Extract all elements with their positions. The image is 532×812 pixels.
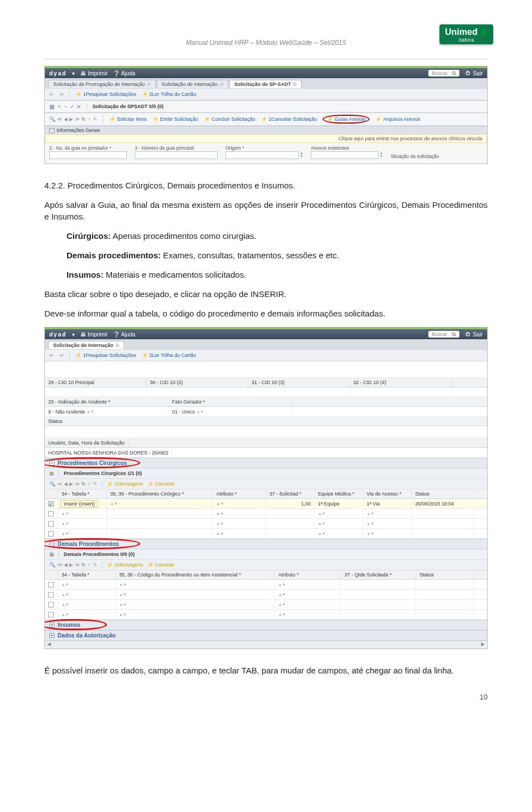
para-1: Após salvar a Guia, ao final da mesma ex… [44, 199, 488, 222]
search-input[interactable]: Buscar [428, 331, 459, 338]
tooltip-anexos: Clique aqui para entrar nos processos de… [45, 134, 487, 143]
action-mensagens[interactable]: ⚡ 1Mensagens [107, 481, 143, 487]
action-pesquisar[interactable]: ⚡ 1Pesquisar Solicitações [75, 353, 136, 358]
spinner-icon[interactable]: ▲▼ [300, 151, 303, 159]
action-mensagens[interactable]: ⚡ 1Mensagens [107, 562, 143, 568]
cell-via[interactable]: 1ª Via [364, 499, 412, 508]
collapse-icon[interactable]: − [49, 542, 54, 547]
tab-prorrogacao[interactable]: Solicitação de Prorrogação de Internação [48, 80, 156, 88]
grid-nav[interactable]: 🔍≪◀▶≫↻♂✎ [49, 481, 98, 487]
col-atributo: Atributo * [213, 489, 266, 498]
logout-button[interactable]: Sair [465, 70, 483, 76]
grid-title-demais: Demais Procedimentos 0/0 (0) [64, 551, 135, 557]
row-checkbox[interactable]: ✓ [48, 501, 54, 507]
row-checkbox[interactable] [48, 592, 54, 597]
action-concluir[interactable]: ⚡ Concluir Solicitação [204, 116, 255, 122]
print-button[interactable]: 🖶 Imprimir [80, 331, 108, 338]
col-tabela: 34 - Tabela * [58, 570, 116, 579]
print-button[interactable]: 🖶 Imprimir [80, 70, 108, 76]
accordion-dados-autorizacao[interactable]: + Dados da Autorização [45, 630, 487, 641]
scroll-right-icon[interactable]: ▶ [481, 641, 485, 648]
search-input[interactable]: Buscar [428, 70, 459, 76]
cell-equipe[interactable]: 1ª Equipe [315, 499, 364, 508]
grid-nav[interactable]: 🔍≪◀▶≫↻♂✎ [49, 116, 98, 122]
nav-back-icon[interactable]: ⇐ [49, 91, 54, 97]
expand-icon[interactable]: + [49, 633, 54, 638]
collapse-icon[interactable]: − [49, 128, 54, 133]
action-pesquisar[interactable]: ⚡ 1Pesquisar Solicitações [75, 91, 136, 97]
screenshot-spsadt: dyad ▾ 🖶 Imprimir ❔ Ajuda Buscar Sair So… [44, 66, 488, 164]
row-checkbox[interactable] [48, 531, 54, 537]
action-arquivos-anexos[interactable]: ⚡ Arquivos Anexos [375, 116, 420, 122]
tab-spsadt[interactable]: Solicitação de SP-SADT [229, 80, 302, 88]
cell-acidente[interactable]: 9 - Não Acidente ▲▼ [45, 407, 168, 416]
col-proc: 35, 36 - Procedimento Cirúrgico * [107, 489, 213, 498]
app-brand: dyad [49, 331, 66, 338]
nav-fwd-icon[interactable]: ⇒ [59, 353, 64, 358]
action-trilha[interactable]: ⚡ 2Ler Trilha do Cartão [142, 91, 197, 97]
action-cancelar[interactable]: ⚡ Cancelar [147, 562, 175, 568]
tab-internacao[interactable]: Solicitação de Internação [157, 80, 228, 88]
search-icon [452, 332, 457, 338]
action-trilha[interactable]: ⚡ 2Ler Trilha do Cartão [142, 353, 197, 358]
grid-icon-bar[interactable]: ▦ [49, 471, 54, 476]
grid-icon-bar[interactable]: ▦ [49, 551, 54, 557]
nav-fwd-icon[interactable]: ⇒ [59, 91, 64, 97]
cell-cid32[interactable] [350, 387, 452, 397]
cell-fato[interactable]: 01 - Unico ▲▼ [168, 407, 292, 416]
para-4: É possível inserir os dados, campo a cam… [44, 665, 488, 676]
nav-back-icon[interactable]: ⇐ [49, 353, 54, 358]
search-icon [452, 71, 457, 76]
row-checkbox[interactable] [48, 511, 54, 517]
spinner-icon[interactable]: ▲▼ [380, 151, 383, 159]
cell-proc[interactable]: ▲▼ [107, 499, 213, 508]
field-anexos[interactable] [311, 151, 378, 159]
dropdown-icon[interactable]: ▾ [72, 70, 75, 76]
cell-cid30[interactable] [147, 387, 249, 397]
col-codigo: 35, 36 - Código do Procedimento ou Item … [116, 570, 275, 579]
field-guia-prestador-label: 2 - No. da guia no prestador * [49, 145, 127, 151]
accordion-insumos[interactable]: + Insumos [45, 620, 487, 630]
svg-point-0 [452, 72, 455, 74]
action-guias-anexas[interactable]: ⚡ Guias Anexas [323, 115, 370, 124]
col-status: Status [45, 417, 487, 426]
grid-nav[interactable]: 🔍≪◀▶≫↻♂✎ [49, 562, 98, 568]
help-button[interactable]: ❔ Ajuda [113, 70, 135, 76]
action-cancelar[interactable]: ⚡ 1Cancelar Solicitação [261, 116, 317, 122]
logo-subtext: Itabira [445, 38, 488, 43]
dropdown-icon[interactable]: ▾ [72, 331, 75, 338]
power-icon [465, 331, 470, 337]
grid-icon-bar[interactable]: ▦＋−✓✕ [49, 103, 81, 110]
row-checkbox[interactable] [48, 602, 54, 607]
field-guia-principal[interactable] [135, 151, 218, 159]
tab-internacao[interactable]: Solicitação de Internação [48, 341, 124, 349]
action-cancelar[interactable]: ⚡ Cancelar [147, 481, 175, 487]
app-brand: dyad [49, 70, 66, 76]
cell-status: 26/08/2015 18:04 [412, 499, 474, 508]
para-2: Basta clicar sobre o tipo desejado, e cl… [44, 288, 488, 300]
action-solicitar-itens[interactable]: ⚡ Solicitar Itens [109, 116, 147, 122]
col-atributo: Atributo * [275, 570, 341, 579]
cell-atributo[interactable]: ▲▼ [213, 499, 266, 508]
power-icon [465, 70, 470, 76]
expand-icon[interactable]: + [49, 622, 54, 627]
logout-button[interactable]: Sair [465, 331, 483, 338]
cell-solicitad[interactable]: 1,00 [266, 499, 315, 508]
col-cid31: 31 - CID 10 (3) [248, 378, 350, 387]
col-qtde: 37 - Qtde Solicitada * [341, 570, 417, 579]
row-checkbox[interactable] [48, 582, 54, 588]
field-guia-prestador[interactable] [49, 151, 127, 159]
action-emitir[interactable]: ⚡ Emitir Solicitação [152, 116, 198, 122]
help-button[interactable]: ❔ Ajuda [113, 331, 135, 338]
col-usuario: Usuário, Data, Hora da Solicitação [45, 438, 129, 447]
cell-cid29[interactable] [45, 387, 147, 397]
accordion-cirurgicos[interactable]: − Procedimentos Cirúrgicos [45, 458, 487, 468]
row-checkbox[interactable] [48, 521, 54, 527]
field-origem[interactable] [226, 151, 299, 159]
logo-unimed: Unimed 🌲 Itabira [439, 24, 493, 44]
accordion-demais[interactable]: − Demais Procedimentos [45, 539, 487, 549]
cell-cid31[interactable] [248, 387, 350, 397]
scroll-left-icon[interactable]: ◀ [47, 641, 51, 648]
row-checkbox[interactable] [48, 612, 54, 617]
collapse-icon[interactable]: − [49, 461, 54, 466]
